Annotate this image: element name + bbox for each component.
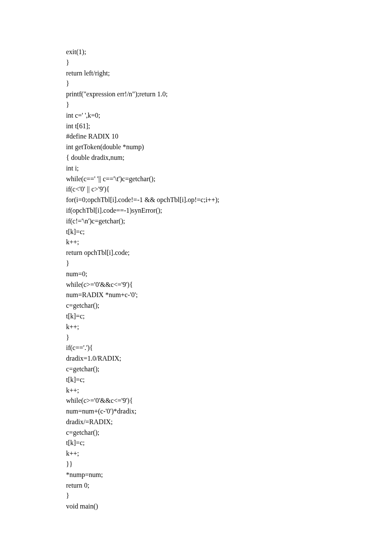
code-line: #define RADIX 10 [66,131,392,142]
code-line: k++; [66,237,392,248]
code-line: *nump=num; [66,470,392,480]
code-line: t[k]=c; [66,375,392,385]
code-line: { double dradix,num; [66,153,392,163]
code-line: num=0; [66,269,392,280]
code-line: k++; [66,448,392,459]
code-line: } [66,78,392,89]
code-line: for(i=0;opchTbl[i].code!=-1 && opchTbl[i… [66,195,392,205]
code-line: exit(1); [66,47,392,58]
code-line: while(c>='0'&&c<='9'){ [66,396,392,406]
code-line: if(c<'0' || c>'9'){ [66,184,392,195]
code-line: } [66,58,392,68]
code-line: if(opchTbl[i].code==-1)synError(); [66,205,392,216]
code-line: t[k]=c; [66,227,392,237]
code-line: c=getchar(); [66,364,392,375]
code-line: if(c=='.'){ [66,343,392,353]
code-line: void main() [66,501,392,512]
code-line: t[k]=c; [66,311,392,322]
code-line: dradix/=RADIX; [66,417,392,428]
code-line: num=RADIX *num+c-'0'; [66,290,392,301]
code-line: c=getchar(); [66,428,392,438]
code-line: int i; [66,163,392,174]
code-line: int t[61]; [66,121,392,132]
code-line: t[k]=c; [66,438,392,448]
code-line: } [66,491,392,501]
code-line: printf("expression err!/n");return 1.0; [66,89,392,100]
code-line: } [66,258,392,269]
code-line: k++; [66,385,392,396]
code-line: } [66,332,392,343]
code-line: } [66,100,392,110]
code-line: int c=' ',k=0; [66,110,392,121]
code-line: dradix=1.0/RADIX; [66,353,392,364]
code-line: if(c!='\n')c=getchar(); [66,216,392,227]
code-line: num=num+(c-'0')*dradix; [66,406,392,417]
code-line: while(c>='0'&&c<='9'){ [66,280,392,290]
code-line: return 0; [66,480,392,491]
code-document-page: exit(1);}return left/right;}printf("expr… [0,0,392,546]
code-line: k++; [66,322,392,332]
code-line: while(c==' '|| c=='\t')c=getchar(); [66,174,392,185]
code-line: }} [66,459,392,470]
code-line: int getToken(double *nump) [66,142,392,153]
code-line: return left/right; [66,68,392,79]
code-line: c=getchar(); [66,301,392,311]
code-line: return opchTbl[i].code; [66,248,392,258]
